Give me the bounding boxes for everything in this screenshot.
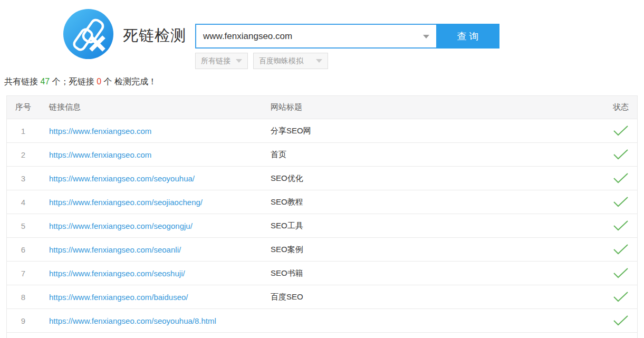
row-status-cell bbox=[579, 291, 637, 303]
dead-links-count: 0 bbox=[97, 77, 101, 86]
row-index: 6 bbox=[7, 245, 40, 254]
link-scope-label: 所有链接 bbox=[201, 56, 230, 66]
row-index: 3 bbox=[7, 174, 40, 183]
status-ok-check-icon bbox=[613, 173, 629, 182]
row-link-cell: https://www.fenxiangseo.com/seoshuji/ bbox=[40, 269, 261, 278]
url-input[interactable] bbox=[195, 24, 436, 49]
status-text: 共有链接 bbox=[4, 77, 40, 86]
row-status-cell bbox=[579, 267, 637, 279]
input-dropdown-caret-icon[interactable] bbox=[423, 35, 429, 38]
status-ok-check-icon bbox=[613, 197, 629, 206]
status-ok-check-icon bbox=[613, 244, 629, 253]
row-link-cell: https://www.fenxiangseo.com/seoanli/ bbox=[40, 245, 261, 254]
row-link[interactable]: https://www.fenxiangseo.com bbox=[49, 127, 151, 136]
chevron-down-icon bbox=[316, 59, 322, 63]
table-row: 3https://www.fenxiangseo.com/seoyouhua/S… bbox=[7, 167, 637, 190]
status-text: 个；死链接 bbox=[50, 77, 97, 86]
header: 死链检测 查 询 所有链接 百度蜘蛛模拟 bbox=[0, 0, 644, 74]
spider-mode-dropdown[interactable]: 百度蜘蛛模拟 bbox=[253, 53, 328, 69]
table-row: 8https://www.fenxiangseo.com/baiduseo/百度… bbox=[7, 285, 637, 309]
row-link[interactable]: https://www.fenxiangseo.com/seoanli/ bbox=[49, 245, 181, 254]
chevron-down-icon bbox=[236, 59, 242, 63]
row-site-title: SEO案例 bbox=[261, 245, 579, 255]
table-row-partial bbox=[7, 333, 637, 338]
row-site-title: 百度SEO bbox=[261, 292, 579, 302]
row-site-title: SEO工具 bbox=[261, 221, 579, 231]
results-table: 序号 链接信息 网站标题 状态 1https://www.fenxiangseo… bbox=[6, 95, 638, 338]
row-link-cell: https://www.fenxiangseo.com bbox=[40, 127, 261, 136]
app-logo bbox=[63, 9, 113, 59]
row-link-cell: https://www.fenxiangseo.com/seoyouhua/ bbox=[40, 174, 261, 183]
status-ok-check-icon bbox=[613, 268, 629, 277]
row-index: 2 bbox=[7, 150, 40, 159]
row-status-cell bbox=[579, 125, 637, 137]
table-row: 6https://www.fenxiangseo.com/seoanli/SEO… bbox=[7, 238, 637, 262]
status-ok-check-icon bbox=[613, 315, 629, 324]
col-header-status: 状态 bbox=[579, 102, 637, 112]
row-status-cell bbox=[579, 315, 637, 326]
status-text: 个 检测完成！ bbox=[101, 77, 157, 86]
row-index: 1 bbox=[7, 127, 40, 136]
status-ok-check-icon bbox=[613, 292, 629, 301]
row-index: 5 bbox=[7, 221, 40, 230]
row-link-cell: https://www.fenxiangseo.com bbox=[40, 150, 261, 159]
search-bar: 查 询 bbox=[195, 24, 499, 49]
row-link[interactable]: https://www.fenxiangseo.com/baiduseo/ bbox=[49, 293, 188, 302]
url-input-wrap bbox=[195, 24, 436, 49]
row-index: 7 bbox=[7, 269, 40, 278]
row-site-title: SEO优化 bbox=[261, 173, 579, 184]
row-status-cell bbox=[579, 196, 637, 208]
row-status-cell bbox=[579, 220, 637, 231]
query-button[interactable]: 查 询 bbox=[436, 24, 499, 49]
status-ok-check-icon bbox=[613, 220, 629, 229]
row-link-cell: https://www.fenxiangseo.com/seoyouhua/8.… bbox=[40, 316, 261, 325]
row-link[interactable]: https://www.fenxiangseo.com/seoshuji/ bbox=[49, 269, 185, 278]
page-title: 死链检测 bbox=[123, 25, 186, 46]
table-row: 4https://www.fenxiangseo.com/seojiaochen… bbox=[7, 190, 637, 214]
row-site-title: 首页 bbox=[261, 150, 579, 160]
row-link[interactable]: https://www.fenxiangseo.com/seojiaocheng… bbox=[49, 198, 203, 207]
row-link-cell: https://www.fenxiangseo.com/baiduseo/ bbox=[40, 293, 261, 302]
link-scope-dropdown[interactable]: 所有链接 bbox=[195, 53, 248, 69]
row-index: 9 bbox=[7, 316, 40, 325]
detection-status: 共有链接 47 个；死链接 0 个 检测完成！ bbox=[4, 76, 644, 89]
row-link-cell: https://www.fenxiangseo.com/seogongju/ bbox=[40, 221, 261, 230]
table-body: 1https://www.fenxiangseo.com分享SEO网2https… bbox=[7, 119, 637, 333]
table-row: 1https://www.fenxiangseo.com分享SEO网 bbox=[7, 119, 637, 143]
col-header-link: 链接信息 bbox=[40, 102, 261, 112]
table-row: 9https://www.fenxiangseo.com/seoyouhua/8… bbox=[7, 309, 637, 333]
table-row: 7https://www.fenxiangseo.com/seoshuji/SE… bbox=[7, 262, 637, 285]
total-links-count: 47 bbox=[40, 77, 50, 86]
row-link[interactable]: https://www.fenxiangseo.com/seoyouhua/8.… bbox=[49, 316, 216, 325]
row-site-title: 分享SEO网 bbox=[261, 126, 579, 136]
filters: 所有链接 百度蜘蛛模拟 bbox=[195, 53, 328, 69]
table-row: 2https://www.fenxiangseo.com首页 bbox=[7, 143, 637, 167]
table-header-row: 序号 链接信息 网站标题 状态 bbox=[7, 96, 637, 119]
row-status-cell bbox=[579, 244, 637, 255]
col-header-title: 网站标题 bbox=[261, 102, 579, 112]
row-link[interactable]: https://www.fenxiangseo.com/seogongju/ bbox=[49, 221, 193, 230]
col-header-index: 序号 bbox=[7, 102, 40, 112]
row-index: 8 bbox=[7, 293, 40, 302]
broken-link-icon bbox=[63, 9, 113, 59]
row-link[interactable]: https://www.fenxiangseo.com/seoyouhua/ bbox=[49, 174, 195, 183]
status-ok-check-icon bbox=[613, 149, 629, 158]
row-link[interactable]: https://www.fenxiangseo.com bbox=[49, 150, 151, 159]
table-row: 5https://www.fenxiangseo.com/seogongju/S… bbox=[7, 214, 637, 238]
spider-mode-label: 百度蜘蛛模拟 bbox=[259, 56, 303, 66]
row-site-title: SEO书籍 bbox=[261, 268, 579, 278]
status-ok-check-icon bbox=[613, 125, 629, 134]
row-status-cell bbox=[579, 149, 637, 160]
row-index: 4 bbox=[7, 198, 40, 207]
row-status-cell bbox=[579, 172, 637, 184]
row-link-cell: https://www.fenxiangseo.com/seojiaocheng… bbox=[40, 198, 261, 207]
row-site-title: SEO教程 bbox=[261, 197, 579, 207]
